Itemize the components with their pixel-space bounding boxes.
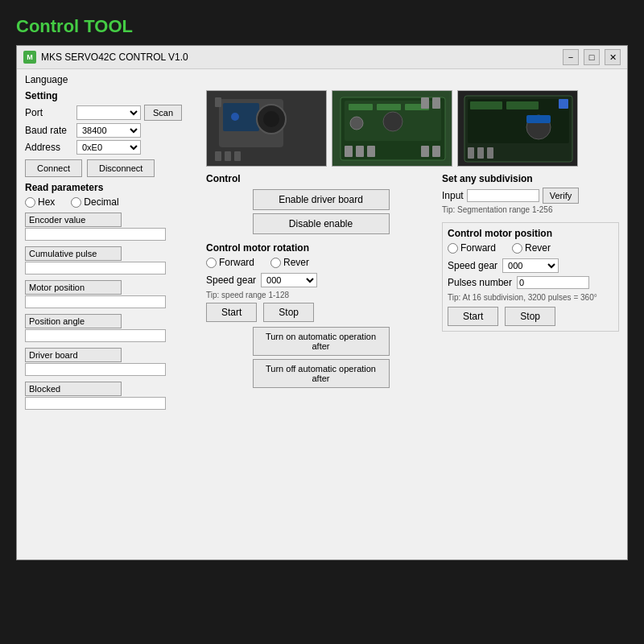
turn-on-auto-button[interactable]: Turn on automatic operation after — [253, 327, 390, 356]
svg-rect-29 — [506, 101, 539, 109]
svg-rect-19 — [356, 146, 364, 157]
baud-row: Baud rate 38400 9600 19200 57600 115200 — [25, 123, 198, 138]
page-title: Control TOOL — [16, 16, 628, 37]
addr-label: Address — [25, 142, 73, 153]
decimal-radio-label[interactable]: Decimal — [71, 196, 118, 208]
forward-radio[interactable] — [206, 258, 217, 268]
verify-button[interactable]: Verify — [543, 188, 580, 204]
param-input-1[interactable] — [25, 262, 166, 275]
pos-forward-label[interactable]: Forward — [448, 242, 496, 254]
param-btn-1[interactable]: Cumulative pulse — [25, 246, 122, 261]
disable-enable-button[interactable]: Disable enable — [253, 213, 390, 234]
param-group-5: Blocked — [25, 382, 198, 412]
svg-rect-20 — [367, 146, 375, 157]
svg-rect-22 — [432, 146, 440, 157]
speed-gear-select[interactable]: 000 001 002 004 008 016 032 064 128 — [261, 273, 317, 287]
pos-speed-gear-row: Speed gear 000 001 002 004 008 016 032 — [448, 258, 613, 273]
rotation-direction-row: Forward Rever — [206, 257, 436, 268]
input-label: Input — [442, 190, 464, 201]
svg-rect-31 — [526, 115, 551, 123]
pos-start-button[interactable]: Start — [448, 307, 498, 326]
device-image-3 — [457, 90, 578, 167]
device-image-1 — [206, 90, 327, 167]
close-button[interactable]: ✕ — [605, 49, 621, 65]
rever-radio[interactable] — [270, 258, 281, 268]
start-button[interactable]: Start — [206, 303, 257, 322]
right-panel: Control Enable driver board Disable enab… — [206, 90, 619, 415]
forward-radio-label[interactable]: Forward — [206, 257, 254, 268]
input-verify-row: Input Verify — [442, 188, 619, 204]
param-group-3: Position angle — [25, 314, 198, 345]
maximize-button[interactable]: □ — [584, 49, 600, 65]
pulses-label: Pulses number — [448, 277, 512, 288]
pos-rever-radio[interactable] — [512, 243, 522, 254]
menu-bar: Language — [25, 74, 619, 85]
svg-rect-5 — [215, 151, 221, 161]
svg-rect-13 — [349, 104, 373, 110]
motor-position-section: Control motor position Forward Rever — [442, 222, 619, 332]
scan-button[interactable]: Scan — [144, 105, 182, 121]
pulses-input[interactable] — [517, 276, 589, 289]
port-label: Port — [25, 107, 73, 118]
start-stop-row: Start Stop — [206, 303, 436, 322]
pos-stop-button[interactable]: Stop — [505, 307, 555, 326]
turn-off-auto-button[interactable]: Turn off automatic operation after — [253, 359, 390, 388]
param-input-0[interactable] — [25, 228, 166, 241]
param-input-2[interactable] — [25, 295, 166, 308]
connect-row: Connect Disconnect — [25, 159, 198, 177]
pos-rever-label[interactable]: Rever — [512, 242, 551, 254]
port-row: Port Scan — [25, 105, 198, 121]
baud-select[interactable]: 38400 9600 19200 57600 115200 — [76, 123, 141, 138]
rever-radio-label[interactable]: Rever — [270, 257, 309, 268]
hex-radio-label[interactable]: Hex — [25, 196, 55, 208]
hex-radio[interactable] — [25, 197, 35, 208]
speed-gear-label: Speed gear — [206, 275, 256, 286]
subdivision-section: Set any subdivision Input Verify Tip: Se… — [442, 173, 619, 214]
port-select[interactable] — [76, 105, 141, 120]
param-group-2: Motor position — [25, 280, 198, 311]
subdivision-title: Set any subdivision — [442, 173, 619, 184]
pos-speed-select[interactable]: 000 001 002 004 008 016 032 064 128 — [502, 258, 559, 273]
control-area: Control Enable driver board Disable enab… — [206, 173, 619, 388]
params-list: Encoder valueCumulative pulseMotor posit… — [25, 213, 198, 412]
settings-grid: Port Scan Baud rate 38400 9600 19200 — [25, 105, 198, 155]
settings-label: Setting — [25, 90, 198, 101]
param-btn-4[interactable]: Driver board — [25, 348, 122, 362]
svg-rect-28 — [470, 101, 502, 109]
connect-button[interactable]: Connect — [25, 159, 82, 177]
param-input-3[interactable] — [25, 329, 166, 342]
enable-driver-button[interactable]: Enable driver board — [253, 189, 390, 210]
subdivision-input[interactable] — [467, 189, 539, 202]
stop-button[interactable]: Stop — [263, 303, 314, 322]
svg-point-9 — [231, 113, 239, 121]
svg-rect-21 — [421, 146, 429, 157]
auto-operation-buttons: Turn on automatic operation after Turn o… — [206, 327, 436, 388]
speed-tip: Tip: speed range 1-128 — [206, 291, 436, 299]
svg-rect-8 — [215, 97, 221, 107]
decimal-radio[interactable] — [71, 197, 81, 208]
pos-speed-label: Speed gear — [448, 260, 497, 271]
subdivision-tip: Tip: Segmentation range 1-256 — [442, 205, 619, 214]
param-btn-5[interactable]: Blocked — [25, 382, 122, 396]
svg-rect-7 — [234, 151, 241, 161]
pulses-tip: Tip: At 16 subdivision, 3200 pulses = 36… — [448, 292, 613, 303]
param-btn-3[interactable]: Position angle — [25, 314, 122, 328]
param-btn-0[interactable]: Encoder value — [25, 213, 122, 227]
disconnect-button[interactable]: Disconnect — [87, 159, 155, 177]
window-content: Language Setting Port Scan — [17, 69, 627, 420]
enable-buttons: Enable driver board Disable enable — [206, 189, 436, 234]
minimize-button[interactable]: − — [563, 49, 579, 65]
svg-rect-14 — [377, 104, 401, 110]
control-label: Control — [206, 173, 436, 184]
language-menu[interactable]: Language — [25, 74, 68, 85]
svg-point-16 — [350, 117, 363, 130]
param-btn-2[interactable]: Motor position — [25, 280, 122, 295]
pos-forward-radio[interactable] — [448, 243, 458, 254]
title-bar: M MKS SERVO42C CONTROL V1.0 − □ ✕ — [17, 46, 627, 69]
right-side-panel: Set any subdivision Input Verify Tip: Se… — [442, 173, 619, 388]
addr-select[interactable]: 0xE0 0xE1 0xE2 0xE3 — [76, 140, 141, 155]
motor-position-title: Control motor position — [448, 228, 613, 239]
param-input-4[interactable] — [25, 363, 166, 376]
param-input-5[interactable] — [25, 397, 166, 410]
hex-decimal-row: Hex Decimal — [25, 196, 198, 208]
